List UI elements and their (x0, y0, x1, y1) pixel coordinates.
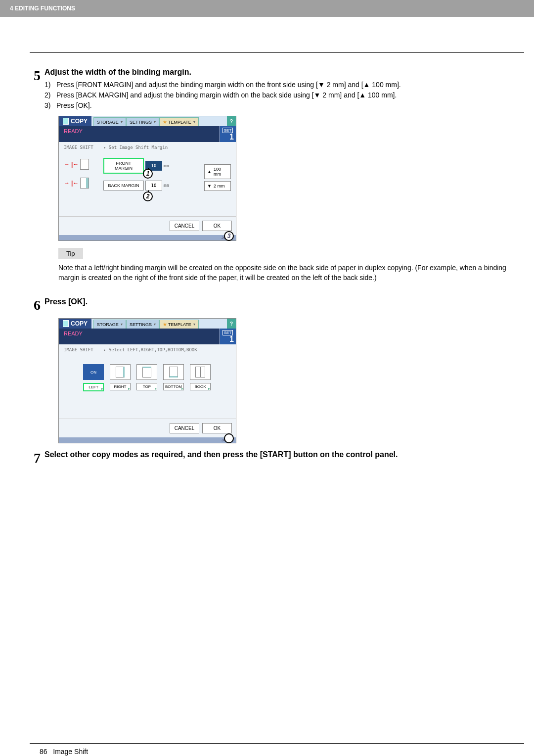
dropdown-icon: ▾ (121, 120, 123, 124)
step-number: 5 (30, 68, 44, 111)
triangle-icon: ▸ (101, 386, 103, 391)
tip-text: Note that a left/right binding margin wi… (58, 263, 524, 283)
help-button[interactable]: ? (227, 116, 236, 126)
callout-1: 1 (143, 169, 153, 179)
copy-mode-label: COPY (59, 116, 91, 126)
status-ready: READY (59, 329, 219, 344)
unit-label: mm (164, 163, 169, 168)
dropdown-icon: ▾ (154, 322, 156, 327)
step-number: 7 (30, 450, 44, 466)
substep-1: 1) Press [FRONT MARGIN] and adjust the b… (44, 80, 524, 90)
down-triangle-icon: ▼ (314, 90, 321, 100)
up-triangle-icon: ▲ (363, 80, 370, 90)
template-tab[interactable]: ★TEMPLATE▾ (159, 117, 199, 126)
back-margin-value: 10 (145, 181, 162, 190)
job-status-bar: JOB S (59, 437, 236, 443)
document-icon (63, 320, 69, 327)
up-triangle-icon: ▲ (207, 169, 212, 174)
down-triangle-icon: ▼ (207, 184, 212, 189)
right-option-button[interactable]: RIGHT▸ (110, 383, 131, 390)
triangle-icon: ▸ (208, 386, 210, 391)
down-triangle-icon: ▼ (318, 80, 325, 90)
bottom-option-button[interactable]: BOTTOM▸ (163, 383, 184, 390)
top-option-button[interactable]: TOP▸ (136, 383, 157, 390)
dropdown-icon: ▾ (154, 120, 156, 124)
screenshot-image-shift-options: COPY STORAGE▾ SETTINGS▾ ★TEMPLATE▾ ? REA… (58, 318, 236, 443)
on-indicator: ON (83, 364, 104, 380)
dropdown-icon: ▾ (121, 322, 123, 327)
star-icon: ★ (163, 119, 167, 125)
dropdown-icon: ▾ (193, 120, 195, 124)
book-option-button[interactable]: BOOK▸ (190, 383, 211, 390)
back-margin-button[interactable]: BACK MARGIN (103, 181, 144, 190)
substep-2: 2) Press [BACK MARGIN] and adjust the bi… (44, 90, 524, 100)
tip-label: Tip (58, 248, 83, 259)
left-option-button[interactable]: LEFT▸ (83, 383, 104, 391)
document-icon (63, 118, 69, 125)
ok-button[interactable]: OK (202, 423, 232, 433)
arrow-left-icon: |← (71, 161, 79, 168)
margin-diagram: →|← →|← (64, 159, 93, 196)
substep-3: 3) Press [OK]. (44, 100, 524, 111)
step-6: 6 Press [OK]. (30, 297, 524, 313)
storage-tab[interactable]: STORAGE▾ (93, 117, 126, 126)
screenshot-margin-settings: COPY STORAGE▾ SETTINGS▾ ★TEMPLATE▾ ? REA… (58, 116, 236, 241)
unit-label: mm (164, 183, 169, 188)
ok-button[interactable]: OK (202, 221, 232, 231)
divider (30, 52, 524, 53)
triangle-icon: ▸ (181, 386, 183, 391)
set-count: SET 1 (219, 329, 236, 344)
arrow-right-icon: → (64, 180, 70, 187)
star-icon: ★ (163, 322, 167, 327)
step-title: Press [OK]. (44, 297, 524, 306)
callout-2: 2 (143, 191, 153, 201)
callout-3: 3 (224, 231, 234, 241)
instruction-text: Select LEFT,RIGHT,TOP,BOTTOM,BOOK (103, 347, 197, 352)
job-status-bar: JOB S 3 (59, 235, 236, 240)
set-count: SET 1 (219, 126, 236, 142)
step-title: Select other copy modes as required, and… (44, 450, 524, 459)
function-name: IMAGE SHIFT (64, 347, 103, 352)
chapter-header: 4 EDITING FUNCTIONS (0, 0, 534, 17)
bottom-icon (163, 364, 184, 380)
cancel-button[interactable]: CANCEL (170, 423, 199, 433)
function-name: IMAGE SHIFT (64, 145, 103, 150)
step-number: 6 (30, 297, 44, 313)
step-7: 7 Select other copy modes as required, a… (30, 450, 524, 466)
status-ready: READY (59, 126, 219, 142)
settings-tab[interactable]: SETTINGS▾ (126, 320, 159, 329)
arrow-right-icon: → (64, 161, 70, 168)
template-tab[interactable]: ★TEMPLATE▾ (159, 320, 199, 329)
help-button[interactable]: ? (227, 319, 236, 329)
dropdown-icon: ▾ (193, 322, 195, 327)
instruction-text: Set Image Shift Margin (103, 145, 168, 150)
cancel-button[interactable]: CANCEL (170, 221, 199, 231)
copy-mode-label: COPY (59, 319, 91, 329)
increase-100mm-button[interactable]: ▲100 mm (204, 164, 231, 179)
page-footer: 86 Image Shift (30, 744, 524, 756)
right-icon (110, 364, 131, 380)
top-icon (136, 364, 157, 380)
triangle-icon: ▸ (155, 386, 157, 391)
front-margin-button[interactable]: FRONT MARGIN (103, 158, 144, 174)
storage-tab[interactable]: STORAGE▾ (93, 320, 126, 329)
triangle-icon: ▸ (128, 386, 130, 391)
up-triangle-icon: ▲ (359, 90, 366, 100)
settings-tab[interactable]: SETTINGS▾ (126, 117, 159, 126)
book-icon (190, 364, 211, 380)
step-title: Adjust the width of the binding margin. (44, 68, 524, 77)
decrease-2mm-button[interactable]: ▼2 mm (204, 181, 231, 191)
arrow-left-icon: |← (71, 180, 79, 187)
step-5: 5 Adjust the width of the binding margin… (30, 68, 524, 111)
